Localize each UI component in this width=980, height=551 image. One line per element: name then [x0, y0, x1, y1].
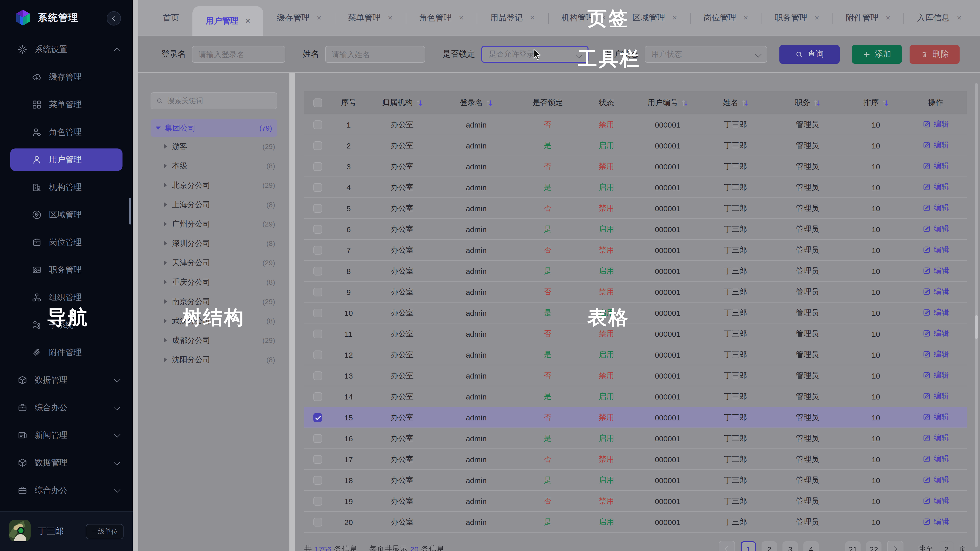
close-tab-icon[interactable] [459, 14, 464, 22]
tab[interactable]: 入库信息 [904, 0, 975, 36]
row-checkbox[interactable] [313, 183, 322, 192]
sidebar-item[interactable]: 菜单管理 [0, 91, 133, 118]
row-checkbox[interactable] [313, 476, 322, 485]
table-row[interactable]: 20 办公室 admin 是 启用 000001 丁三郎 管理员 10 编辑 [304, 511, 967, 532]
edit-button[interactable]: 编辑 [922, 454, 949, 464]
edit-button[interactable]: 编辑 [922, 516, 949, 526]
edit-button[interactable]: 编辑 [922, 328, 949, 338]
tree-node[interactable]: 本级 (8) [151, 156, 277, 176]
tab[interactable]: 缓存管理 [264, 0, 335, 36]
tree-node[interactable]: 北京分公司 (29) [151, 176, 277, 195]
table-row[interactable]: 17 办公室 admin 否 禁用 000001 丁三郎 管理员 10 编辑 [304, 449, 967, 470]
sort-icon[interactable] [681, 99, 688, 106]
sidebar-item[interactable]: 岗位管理 [0, 229, 133, 256]
next-page-button[interactable] [887, 541, 904, 551]
row-checkbox[interactable] [313, 225, 322, 234]
tab[interactable]: 菜单管理 [334, 0, 406, 36]
page-button[interactable]: 21 [845, 541, 861, 551]
edit-button[interactable]: 编辑 [922, 412, 949, 422]
tree-node[interactable]: 沈阳分公司 (8) [151, 350, 277, 369]
close-tab-icon[interactable] [245, 17, 250, 25]
sort-icon[interactable] [741, 99, 748, 106]
close-tab-icon[interactable] [672, 14, 677, 22]
column-header[interactable]: 是否锁定 [514, 91, 581, 114]
sidebar-item[interactable]: 数据管理 [0, 449, 133, 476]
edit-button[interactable]: 编辑 [922, 495, 949, 505]
edit-button[interactable]: 编辑 [922, 161, 949, 171]
sidebar-item[interactable]: 区域管理 [0, 201, 133, 229]
login-input[interactable] [192, 46, 285, 63]
table-row[interactable]: 19 办公室 admin 否 禁用 000001 丁三郎 管理员 10 编辑 [304, 491, 967, 511]
row-checkbox[interactable] [313, 204, 322, 213]
column-header[interactable]: 操作 [904, 91, 967, 114]
row-checkbox[interactable] [313, 267, 322, 276]
row-checkbox[interactable] [313, 497, 322, 506]
tab[interactable]: 首页 [150, 0, 192, 36]
tab[interactable]: 区域管理 [619, 0, 690, 36]
edit-button[interactable]: 编辑 [922, 370, 949, 380]
table-scrollbar-thumb[interactable] [975, 315, 978, 339]
tab[interactable]: 职务管理 [762, 0, 833, 36]
table-row[interactable]: 5 办公室 admin 否 禁用 000001 丁三郎 管理员 10 编辑 [304, 198, 967, 219]
close-tab-icon[interactable] [957, 14, 962, 22]
tree-root-node[interactable]: 集团公司 (79) [151, 119, 277, 137]
tab[interactable]: 角色管理 [406, 0, 477, 36]
row-checkbox[interactable] [313, 434, 322, 443]
page-button[interactable]: 22 [866, 541, 881, 551]
sidebar-item[interactable]: 职务管理 [0, 256, 133, 284]
user-block[interactable]: 丁三郎 一级单位 [0, 511, 133, 551]
name-input[interactable] [325, 46, 425, 63]
edit-button[interactable]: 编辑 [922, 203, 949, 213]
row-checkbox[interactable] [313, 413, 322, 422]
tab[interactable]: 用户管理 [192, 6, 264, 36]
column-header[interactable]: 序号 [331, 91, 366, 114]
tree-search-box[interactable]: 搜索关键词 [151, 92, 277, 109]
row-checkbox[interactable] [313, 141, 322, 150]
edit-button[interactable]: 编辑 [922, 224, 949, 233]
table-row[interactable]: 16 办公室 admin 是 启用 000001 丁三郎 管理员 10 编辑 [304, 428, 967, 449]
delete-button[interactable]: 删除 [910, 45, 959, 64]
column-header[interactable]: 状态 [581, 91, 632, 114]
edit-button[interactable]: 编辑 [922, 307, 949, 317]
tree-node[interactable]: 深圳分公司 (8) [151, 233, 277, 253]
tree-node[interactable]: 成都分公司 (29) [151, 330, 277, 350]
sidebar-item[interactable]: 角色管理 [0, 118, 133, 146]
edit-button[interactable]: 编辑 [922, 433, 949, 443]
column-header[interactable]: 排序 [847, 91, 904, 114]
status-select[interactable]: 用户状态 [645, 46, 767, 63]
jump-page-input[interactable] [939, 541, 954, 551]
page-button[interactable]: 3 [783, 541, 798, 551]
edit-button[interactable]: 编辑 [922, 140, 949, 150]
tab[interactable]: 附件管理 [832, 0, 904, 36]
close-tab-icon[interactable] [886, 14, 891, 22]
sidebar-item[interactable]: 缓存管理 [0, 63, 133, 91]
table-row[interactable]: 2 办公室 admin 是 启用 000001 丁三郎 管理员 10 编辑 [304, 135, 967, 156]
page-button[interactable]: 4 [803, 541, 819, 551]
sidebar-item[interactable]: 附件管理 [0, 339, 133, 366]
table-row[interactable]: 14 办公室 admin 是 启用 000001 丁三郎 管理员 10 编辑 [304, 386, 967, 407]
table-row[interactable]: 10 办公室 admin 是 启用 000001 丁三郎 管理员 10 编辑 [304, 302, 967, 323]
table-row[interactable]: 4 办公室 admin 是 启用 000001 丁三郎 管理员 10 编辑 [304, 177, 967, 198]
column-header[interactable]: 用户编号 [632, 91, 703, 114]
row-checkbox[interactable] [313, 455, 322, 464]
edit-button[interactable]: 编辑 [922, 391, 949, 401]
table-row[interactable]: 18 办公室 admin 是 启用 000001 丁三郎 管理员 10 编辑 [304, 470, 967, 491]
table-row[interactable]: 15 办公室 admin 否 禁用 000001 丁三郎 管理员 10 编辑 [304, 407, 967, 428]
sort-icon[interactable] [882, 99, 888, 106]
tree-node[interactable]: 广州分公司 (29) [151, 214, 277, 233]
table-scrollbar-track[interactable] [975, 83, 978, 547]
user-unit-badge[interactable]: 一级单位 [86, 524, 124, 539]
table-row[interactable]: 7 办公室 admin 否 禁用 000001 丁三郎 管理员 10 编辑 [304, 240, 967, 260]
row-checkbox[interactable] [313, 351, 322, 359]
close-tab-icon[interactable] [743, 14, 748, 22]
page-button[interactable]: … [824, 541, 840, 551]
sort-icon[interactable] [416, 99, 422, 106]
sidebar-item[interactable]: 新闻管理 [0, 421, 133, 449]
tree-node[interactable]: 天津分公司 (29) [151, 253, 277, 272]
row-checkbox[interactable] [313, 518, 322, 527]
close-tab-icon[interactable] [388, 14, 393, 22]
edit-button[interactable]: 编辑 [922, 182, 949, 192]
tree-node[interactable]: 上海分公司 (8) [151, 195, 277, 214]
query-button[interactable]: 查询 [780, 45, 840, 64]
edit-button[interactable]: 编辑 [922, 119, 949, 129]
